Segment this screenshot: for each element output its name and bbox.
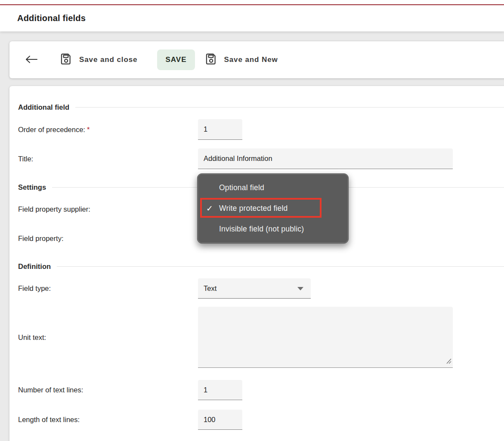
title-input[interactable] [198, 148, 453, 169]
row-order-of-precedence: Order of precedence:* [18, 119, 504, 140]
field-property-label: Field property: [18, 230, 198, 247]
page-header: Additional fields [0, 5, 504, 31]
field-type-value: Text [204, 284, 216, 293]
row-title: Title: [18, 148, 504, 169]
title-label: Title: [18, 148, 198, 169]
menu-item-invisible-field[interactable]: Invisible field (not public) [198, 219, 348, 239]
row-field-type: Field type: Text [18, 278, 504, 299]
save-and-close-label: Save and close [79, 56, 137, 64]
length-of-text-lines-input[interactable] [198, 410, 242, 430]
menu-item-label: Write protected field [219, 204, 288, 213]
unit-text-label: Unit text: [18, 333, 198, 342]
row-number-of-text-lines: Number of text lines: [18, 380, 504, 400]
field-property-supplier-label: Field property supplier: [18, 200, 198, 218]
floppy-disk-icon [59, 52, 73, 68]
checkmark-icon: ✓ [206, 204, 219, 213]
section-title: Settings [18, 183, 46, 191]
top-white-strip [0, 0, 504, 4]
section-divider [57, 266, 504, 267]
order-of-precedence-input[interactable] [198, 119, 242, 140]
section-title: Definition [18, 262, 51, 271]
field-type-select[interactable]: Text [198, 278, 311, 299]
unit-text-textarea[interactable] [198, 307, 453, 368]
menu-item-optional-field[interactable]: Optional field [198, 177, 348, 198]
order-of-precedence-label: Order of precedence:* [18, 119, 198, 140]
number-of-text-lines-input[interactable] [198, 380, 242, 400]
page-title: Additional fields [17, 13, 86, 23]
chevron-down-icon [297, 287, 303, 290]
form-card: Additional field Order of precedence:* T… [9, 86, 504, 441]
save-button[interactable]: SAVE [157, 49, 195, 70]
save-and-new-label: Save and New [224, 56, 278, 64]
field-type-label: Field type: [18, 278, 198, 299]
section-additional-field: Additional field [18, 102, 504, 112]
back-arrow-icon [25, 55, 38, 65]
toolbar: Save and close SAVE Save and New [9, 41, 504, 78]
row-unit-text: Unit text: [18, 307, 504, 368]
menu-item-write-protected-field[interactable]: ✓ Write protected field [198, 198, 348, 219]
required-marker: * [87, 126, 90, 133]
floppy-disk-icon [204, 52, 218, 68]
save-and-close-button[interactable]: Save and close [59, 52, 137, 68]
field-property-dropdown-menu: Optional field ✓ Write protected field I… [197, 173, 349, 244]
number-of-text-lines-label: Number of text lines: [18, 380, 198, 400]
save-and-new-button[interactable]: Save and New [204, 52, 278, 68]
menu-item-label: Invisible field (not public) [219, 225, 304, 234]
section-title: Additional field [18, 103, 69, 111]
section-divider [75, 107, 504, 108]
section-definition: Definition [18, 262, 504, 271]
menu-item-label: Optional field [219, 183, 264, 192]
back-button[interactable] [24, 54, 39, 66]
length-of-text-lines-label: Length of text lines: [18, 410, 198, 430]
row-length-of-text-lines: Length of text lines: [18, 410, 504, 430]
